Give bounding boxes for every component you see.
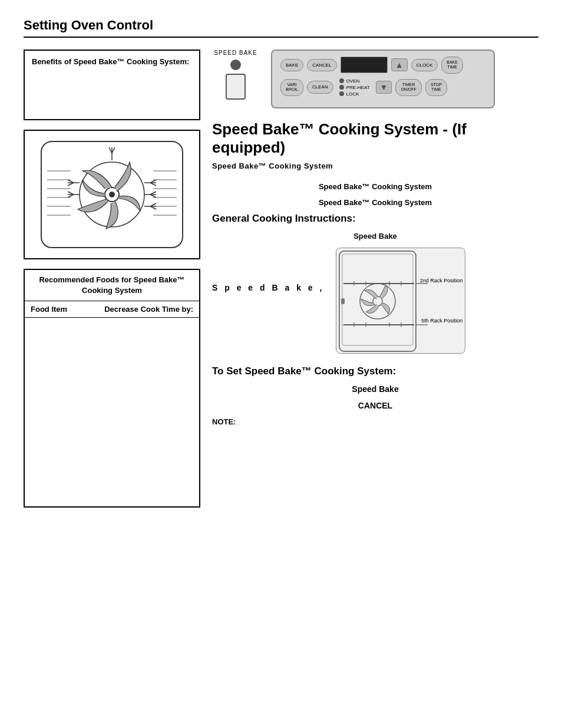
- clean-button[interactable]: CLEAN: [307, 81, 333, 94]
- page-header: Setting Oven Control: [24, 18, 538, 38]
- recommended-header: Recommended Foods for Speed Bake™ Cookin…: [25, 270, 199, 301]
- lock-dot: [339, 91, 344, 96]
- svg-rect-22: [339, 251, 416, 351]
- oven-indicator: OVEN: [339, 78, 370, 84]
- speed-bake-rect[interactable]: [226, 74, 246, 100]
- sub-heading: Speed Bake™ Cooking System: [212, 162, 538, 170]
- set-speed-bake-heading: To Set Speed Bake™ Cooking System:: [212, 365, 538, 377]
- panel-display: [340, 57, 388, 73]
- control-panel-area: SPEED BAKE BAKE CANCEL ▲ CLOCK BAKETIME …: [212, 50, 538, 108]
- fan-diagram-box: [24, 130, 200, 259]
- rack-2nd-label: 2nd Rack Position: [420, 278, 463, 284]
- benefits-box: Benefits of Speed Bake™ Cooking System:: [24, 50, 200, 120]
- vari-broil-button[interactable]: VARIBROIL: [280, 79, 303, 96]
- food-table-header: Food Item Decrease Cook Time by:: [25, 301, 199, 318]
- bold-text-1: Speed Bake™ Cooking System: [212, 182, 538, 191]
- oven-diagram-box: 2nd Rack Position 5th Rack Position: [336, 248, 465, 354]
- lock-indicator: LOCK: [339, 91, 370, 97]
- right-column: SPEED BAKE BAKE CANCEL ▲ CLOCK BAKETIME …: [212, 50, 538, 508]
- speed-bake-circle[interactable]: [230, 60, 241, 70]
- left-column: Benefits of Speed Bake™ Cooking System:: [24, 50, 200, 508]
- bake-time-button[interactable]: BAKETIME: [441, 57, 463, 74]
- bold-text-2: Speed Bake™ Cooking System: [212, 198, 538, 207]
- main-heading: Speed Bake™ Cooking System - (If equippe…: [212, 120, 538, 157]
- fan-diagram-svg: [29, 136, 194, 253]
- oven-diagram-area: S p e e d B a k e ,: [212, 248, 538, 354]
- down-arrow-button[interactable]: ▼: [376, 81, 392, 94]
- speed-bake-label: SPEED BAKE: [214, 50, 257, 56]
- benefits-title: Benefits of Speed Bake™ Cooking System:: [32, 57, 192, 67]
- speed-bake-button-area: SPEED BAKE: [212, 50, 259, 100]
- food-table-body: [25, 318, 199, 506]
- note-label: NOTE:: [212, 417, 538, 426]
- up-arrow-button[interactable]: ▲: [391, 58, 408, 71]
- main-layout: Benefits of Speed Bake™ Cooking System:: [24, 50, 538, 508]
- preheat-label: PRE-HEAT: [346, 85, 370, 90]
- recommended-foods-box: Recommended Foods for Speed Bake™ Cookin…: [24, 269, 200, 508]
- step-cancel: CANCEL: [212, 401, 538, 410]
- food-col-label: Food Item: [31, 305, 67, 314]
- panel-indicators: OVEN PRE-HEAT LOCK: [339, 78, 370, 97]
- rack-5th-label: 5th Rack Position: [421, 318, 462, 324]
- timer-on-off-button[interactable]: TIMERON/OFF: [395, 79, 421, 96]
- bold-speed-bake-1: Speed Bake: [212, 232, 538, 241]
- panel-bottom-row: VARIBROIL CLEAN OVEN PRE-HEAT: [280, 78, 485, 97]
- svg-rect-36: [341, 298, 345, 304]
- svg-point-3: [109, 192, 115, 197]
- time-col-label: Decrease Cook Time by:: [104, 305, 193, 314]
- speed-bake-spaced: S p e e d B a k e ,: [212, 248, 324, 292]
- oven-panel: BAKE CANCEL ▲ CLOCK BAKETIME VARIBROIL C…: [271, 50, 495, 108]
- oven-dot: [339, 78, 344, 83]
- cancel-button[interactable]: CANCEL: [307, 59, 336, 72]
- oven-label: OVEN: [346, 78, 360, 84]
- preheat-indicator: PRE-HEAT: [339, 85, 370, 90]
- preheat-dot: [339, 85, 344, 90]
- panel-top-row: BAKE CANCEL ▲ CLOCK BAKETIME: [280, 57, 485, 74]
- oven-rack-svg: [336, 248, 465, 354]
- clock-button[interactable]: CLOCK: [411, 59, 438, 72]
- general-heading: General Cooking Instructions:: [212, 213, 538, 225]
- bake-button[interactable]: BAKE: [280, 59, 303, 72]
- stop-time-button[interactable]: STOPTIME: [425, 79, 447, 96]
- step-speed-bake: Speed Bake: [212, 384, 538, 394]
- lock-label: LOCK: [346, 91, 359, 97]
- page-title: Setting Oven Control: [24, 18, 153, 32]
